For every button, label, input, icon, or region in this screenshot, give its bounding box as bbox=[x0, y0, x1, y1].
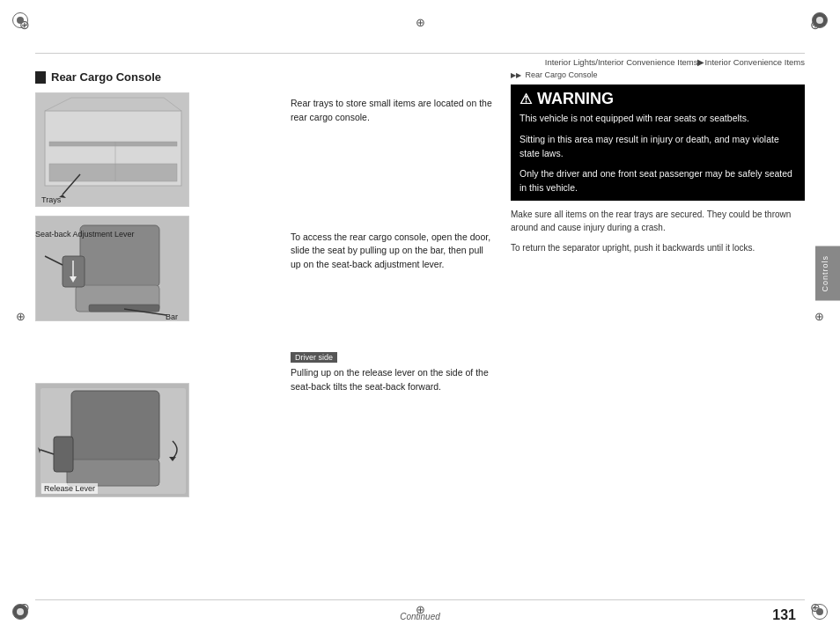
driver-badge: Driver side bbox=[291, 352, 337, 363]
cross-top: ⊕ bbox=[416, 16, 425, 29]
seat-bot-svg bbox=[36, 384, 189, 497]
mid-image-wrap: Seat-back Adjustment Lever Bar bbox=[35, 216, 282, 321]
heading-bar bbox=[35, 71, 46, 84]
cross-right: ⊕ bbox=[814, 310, 824, 323]
breadcrumb: Interior Lights/Interior Convenience Ite… bbox=[545, 57, 805, 67]
warning-box: ⚠ WARNING This vehicle is not equipped w… bbox=[511, 85, 805, 201]
driver-text: Pulling up on the release lever on the s… bbox=[291, 366, 493, 394]
cargo-interior-svg bbox=[36, 93, 189, 207]
circle-br bbox=[812, 604, 828, 620]
warning-triangle-icon: ⚠ bbox=[519, 91, 532, 107]
svg-rect-21 bbox=[71, 391, 159, 461]
svg-rect-3 bbox=[49, 142, 177, 146]
seat-bot-image: Release Lever bbox=[35, 383, 189, 497]
warning-column: Rear Cargo Console ⚠ WARNING This vehicl… bbox=[511, 70, 805, 261]
bar-label: Bar bbox=[166, 312, 178, 321]
top-image-wrap: Trays bbox=[35, 92, 273, 207]
cross-left: ⊕ bbox=[16, 310, 26, 323]
seat-back-label: Seat-back Adjustment Lever bbox=[35, 230, 135, 239]
section-heading: Rear Cargo Console bbox=[35, 70, 282, 84]
warning-p1: This vehicle is not equipped with rear s… bbox=[519, 112, 796, 126]
access-text: To access the rear cargo console, open t… bbox=[291, 231, 493, 272]
section-title: Rear Cargo Console bbox=[51, 70, 161, 84]
header-line: Interior Lights/Interior Convenience Ite… bbox=[35, 53, 805, 67]
right-tab: Controls bbox=[815, 246, 840, 301]
cargo-interior-image: Trays bbox=[35, 92, 189, 207]
bot-image-wrap: Release Lever bbox=[35, 383, 282, 497]
release-lever-label: Release Lever bbox=[41, 483, 98, 494]
warning-p3: Only the driver and one front seat passe… bbox=[519, 167, 796, 195]
svg-rect-22 bbox=[67, 459, 159, 486]
continued-text: Continued bbox=[400, 612, 440, 621]
main-content: Rear Cargo Console bbox=[35, 70, 805, 597]
svg-rect-2 bbox=[49, 164, 177, 181]
bottom-line bbox=[35, 599, 805, 600]
svg-rect-23 bbox=[54, 437, 73, 472]
driver-side-section: Driver side Pulling up on the release le… bbox=[291, 351, 493, 394]
warning-subsection-label: Rear Cargo Console bbox=[511, 70, 805, 79]
trays-label: Trays bbox=[41, 195, 61, 204]
left-column: Rear Cargo Console bbox=[35, 70, 282, 501]
text-column: Rear trays to store small items are loca… bbox=[291, 70, 493, 393]
note1: Make sure all items on the rear trays ar… bbox=[511, 208, 805, 234]
warning-p2: Sitting in this area may result in injur… bbox=[519, 133, 796, 161]
circle-bl bbox=[12, 604, 28, 620]
svg-rect-16 bbox=[89, 305, 159, 312]
warning-title: ⚠ WARNING bbox=[519, 90, 796, 108]
circle-tl bbox=[12, 12, 28, 28]
note2: To return the separator upright, push it… bbox=[511, 241, 805, 254]
warning-body: This vehicle is not equipped with rear s… bbox=[519, 112, 796, 195]
intro-text: Rear trays to store small items are loca… bbox=[291, 97, 493, 125]
page-number: 131 bbox=[772, 607, 796, 623]
circle-tr bbox=[812, 12, 828, 28]
